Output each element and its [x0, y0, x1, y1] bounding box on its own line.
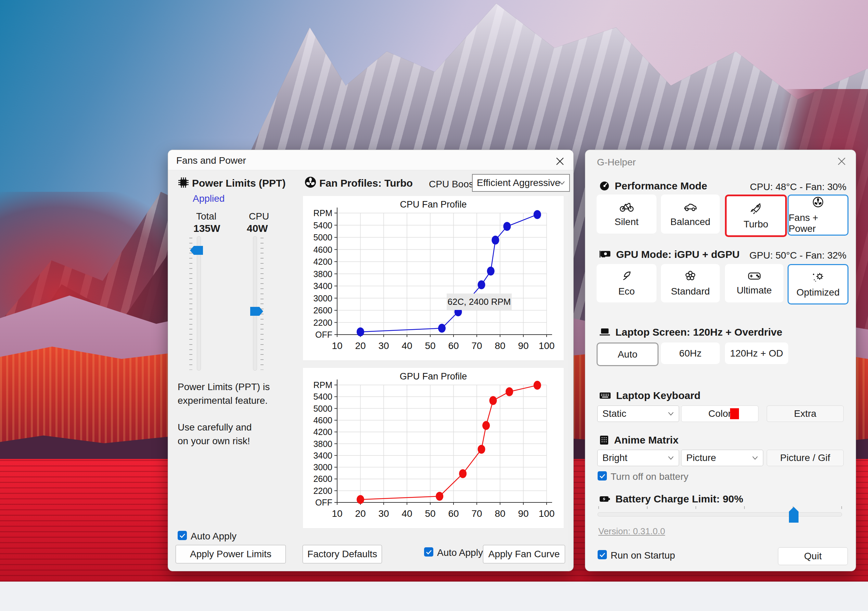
mode-button-silent[interactable]: Silent — [597, 194, 656, 233]
ppt-warning-line1: Use carefully and — [178, 421, 251, 434]
svg-text:RPM: RPM — [313, 208, 332, 218]
gpu-mode-heading: GPU Mode: iGPU + dGPU — [616, 249, 739, 260]
auto-apply-power-label: Auto Apply — [191, 531, 237, 542]
chevron-down-icon — [559, 180, 565, 185]
ghelper-window-title: G-Helper — [597, 157, 636, 168]
screen-button-60hz[interactable]: 60Hz — [661, 342, 720, 364]
anime-brightness-select[interactable]: Bright — [597, 450, 679, 466]
screen-button-auto[interactable]: Auto — [597, 342, 659, 366]
cpu-watt-label: CPU — [249, 211, 269, 222]
fans-power-window: Fans and Power Power Limits (PPT) Applie… — [168, 150, 574, 571]
slider-track[interactable] — [253, 236, 257, 371]
svg-text:90: 90 — [518, 340, 529, 351]
factory-defaults-button[interactable]: Factory Defaults — [302, 545, 382, 563]
slider-track[interactable] — [197, 236, 201, 371]
mode-button-label: Balanced — [671, 216, 711, 227]
cpu-boost-label: CPU Boost — [429, 179, 476, 190]
flower-icon — [684, 269, 696, 282]
bicycle-icon — [619, 201, 634, 212]
close-icon[interactable] — [836, 155, 848, 167]
svg-text:70: 70 — [471, 508, 482, 519]
keyboard-icon — [599, 391, 611, 400]
svg-text:30: 30 — [378, 508, 389, 519]
svg-text:GPU Fan Profile: GPU Fan Profile — [400, 371, 467, 381]
screen-button-label: 60Hz — [679, 348, 701, 359]
version-link[interactable]: Version: 0.31.0.0 — [598, 526, 665, 537]
svg-text:3400: 3400 — [313, 281, 332, 291]
auto-apply-fan-label: Auto Apply — [437, 547, 483, 558]
fans-window-title: Fans and Power — [176, 155, 246, 166]
turn-off-on-battery-checkbox[interactable] — [598, 471, 607, 480]
svg-text:100: 100 — [539, 508, 555, 519]
svg-text:70: 70 — [471, 340, 482, 351]
gpu-button-ultimate[interactable]: Ultimate — [725, 264, 783, 302]
svg-text:4600: 4600 — [313, 415, 332, 425]
auto-apply-power-checkbox[interactable] — [178, 531, 187, 540]
svg-text:OFF: OFF — [315, 498, 332, 507]
svg-text:3400: 3400 — [313, 451, 332, 460]
svg-text:5400: 5400 — [313, 392, 332, 401]
anime-brightness-value: Bright — [602, 452, 628, 463]
rocket-icon — [750, 202, 763, 215]
power-limits-status: Applied — [193, 193, 225, 204]
svg-text:40: 40 — [401, 340, 412, 351]
slider-track[interactable] — [598, 512, 842, 516]
cpu-boost-value: Efficient Aggressive — [477, 177, 560, 188]
gpu-fan-chart[interactable]: GPU Fan Profile102030405060708090100OFF2… — [302, 367, 564, 529]
anime-mode-value: Picture — [686, 452, 716, 463]
speedometer-icon — [599, 180, 610, 191]
cpu-fan-chart[interactable]: CPU Fan Profile102030405060708090100OFF2… — [302, 196, 564, 361]
gpu-button-label: Eco — [618, 286, 635, 297]
slider-thumb[interactable] — [789, 507, 798, 522]
chevron-down-icon — [668, 456, 674, 460]
svg-text:60: 60 — [448, 508, 459, 519]
power-limits-heading: Power Limits (PPT) — [192, 177, 285, 189]
svg-text:30: 30 — [378, 340, 389, 351]
quit-button[interactable]: Quit — [778, 547, 848, 565]
svg-text:3800: 3800 — [313, 269, 332, 279]
svg-text:80: 80 — [494, 340, 505, 351]
battery-limit-heading: Battery Charge Limit: 90% — [615, 493, 743, 505]
svg-text:3000: 3000 — [313, 462, 332, 472]
run-on-startup-checkbox[interactable] — [598, 550, 607, 559]
color-button-label: Color — [708, 408, 732, 419]
gpu-button-optimized[interactable]: Optimized — [787, 264, 848, 305]
check-icon — [425, 549, 432, 555]
chevron-down-icon — [752, 456, 758, 460]
gamepad-icon — [747, 271, 761, 281]
mode-button-turbo[interactable]: Turbo — [725, 194, 787, 237]
screen-button-120hz-od[interactable]: 120Hz + OD — [725, 342, 788, 364]
fan-icon — [812, 196, 824, 208]
performance-mode-heading: Performance Mode — [615, 180, 707, 192]
check-icon — [599, 473, 606, 479]
mode-button-fans-power[interactable]: Fans + Power — [787, 194, 848, 236]
anime-picture-gif-button[interactable]: Picture / Gif — [767, 450, 844, 466]
ppt-note-line2: experimental feature. — [178, 394, 270, 407]
check-icon — [179, 532, 186, 539]
taskbar: >_ G G ENG — [0, 581, 868, 611]
gpu-button-standard[interactable]: Standard — [661, 264, 720, 302]
cpu-boost-select[interactable]: Efficient Aggressive — [472, 174, 570, 192]
apply-fan-curve-button[interactable]: Apply Fan Curve — [483, 545, 565, 563]
svg-text:10: 10 — [332, 340, 342, 351]
auto-apply-fan-checkbox[interactable] — [424, 547, 433, 557]
slider-tick-marks — [189, 238, 192, 370]
mode-button-balanced[interactable]: Balanced — [661, 194, 720, 233]
keyboard-extra-button[interactable]: Extra — [767, 406, 844, 422]
svg-text:60: 60 — [448, 340, 459, 351]
gpu-button-label: Ultimate — [736, 285, 772, 296]
apply-power-limits-button[interactable]: Apply Power Limits — [175, 545, 286, 563]
svg-text:2200: 2200 — [313, 318, 332, 327]
ghelper-window: G-Helper Performance Mode CPU: 48°C - Fa… — [585, 150, 856, 571]
gpu-button-eco[interactable]: Eco — [597, 264, 656, 302]
anime-mode-select[interactable]: Picture — [681, 450, 763, 466]
close-icon[interactable] — [554, 155, 566, 167]
fans-window-titlebar[interactable]: Fans and Power — [168, 150, 573, 170]
gpu-temp-status: GPU: 50°C - Fan: 32% — [749, 250, 846, 261]
desktop: Fans and Power Power Limits (PPT) Applie… — [0, 0, 868, 611]
svg-text:4200: 4200 — [313, 257, 332, 266]
keyboard-mode-select[interactable]: Static — [597, 406, 679, 422]
svg-text:10: 10 — [332, 508, 342, 519]
fan-icon — [304, 176, 316, 188]
keyboard-color-button[interactable]: Color — [681, 406, 758, 422]
